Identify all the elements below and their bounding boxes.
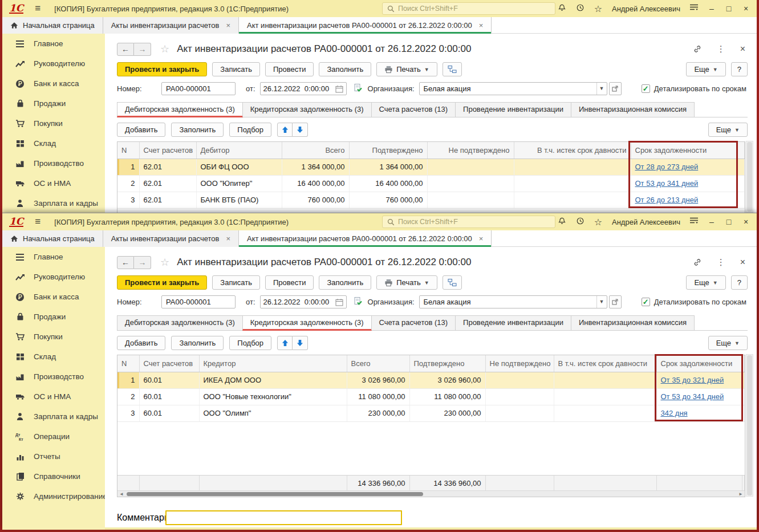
favorite-star-icon[interactable]: ☆ — [160, 43, 169, 55]
nav-tab-list[interactable]: Акты инвентаризации расчетов × — [103, 17, 239, 34]
table-more-button[interactable]: Еще▼ — [708, 336, 748, 350]
nav-tab-document[interactable]: Акт инвентаризации расчетов РА00-000001 … — [239, 230, 492, 247]
form-close-icon[interactable]: × — [740, 44, 745, 54]
sidebar-item-production[interactable]: Производство — [2, 153, 105, 173]
column-header[interactable]: Всего — [282, 142, 349, 159]
move-up-button[interactable] — [277, 336, 293, 350]
sidebar-item-operations[interactable]: ДтКтОперации — [2, 427, 105, 446]
close-button[interactable]: × — [737, 217, 754, 226]
vertical-scrollbar[interactable] — [746, 354, 753, 497]
tab-close-icon[interactable]: × — [226, 234, 230, 243]
tab-close-icon[interactable]: × — [226, 21, 230, 30]
section-tab-4[interactable]: Инвентаризационная комиссия — [571, 102, 695, 117]
save-button[interactable]: Записать — [212, 275, 260, 290]
scrollbar-thumb[interactable] — [127, 492, 423, 496]
close-button[interactable]: × — [737, 4, 754, 13]
move-down-button[interactable] — [293, 123, 308, 137]
section-tab-3[interactable]: Проведение инвентаризации — [455, 315, 571, 330]
notifications-icon[interactable] — [553, 217, 571, 228]
table-row[interactable]: 362.01БАНК ВТБ (ПАО)760 000,00760 000,00… — [117, 192, 745, 208]
organization-field[interactable]: Белая акация ▼ — [419, 82, 607, 95]
help-button[interactable]: ? — [731, 62, 748, 76]
tab-close-icon[interactable]: × — [479, 234, 484, 243]
column-header[interactable]: В т.ч. истек срок давности — [554, 355, 656, 372]
scroll-right-icon[interactable]: ► — [738, 491, 743, 497]
history-icon[interactable] — [571, 3, 589, 14]
print-button[interactable]: Печать ▼ — [376, 62, 437, 76]
column-header[interactable]: Всего — [347, 355, 409, 372]
table-row[interactable]: 160.01ИКЕА ДОМ ООО3 026 960,003 026 960,… — [117, 372, 745, 388]
table-more-button[interactable]: Еще▼ — [708, 123, 748, 137]
service-menu-icon[interactable] — [685, 3, 703, 14]
debt-term-link[interactable]: От 28 до 273 дней — [635, 163, 699, 171]
fill-table-button[interactable]: Заполнить — [171, 123, 224, 137]
sidebar-item-warehouse[interactable]: Склад — [2, 133, 105, 153]
column-header[interactable]: Подтверждено — [409, 355, 485, 372]
debt-term-link[interactable]: От 53 до 341 дней — [635, 179, 699, 188]
section-tab-1[interactable]: Кредиторская задолженность (3) — [242, 102, 372, 117]
sidebar-item-fixed-assets[interactable]: ОС и НМА — [2, 387, 105, 407]
debt-term-link[interactable]: От 35 до 321 дней — [661, 376, 724, 384]
section-tab-2[interactable]: Счета расчетов (13) — [371, 315, 456, 330]
post-button[interactable]: Провести — [265, 275, 314, 290]
section-tab-1[interactable]: Кредиторская задолженность (3) — [242, 315, 372, 331]
post-button[interactable]: Провести — [265, 62, 314, 76]
horizontal-scrollbar[interactable]: ◄ ► — [117, 490, 745, 497]
column-header[interactable]: Кредитор — [199, 355, 347, 372]
back-button[interactable]: ← — [117, 256, 134, 269]
link-icon[interactable] — [693, 258, 702, 267]
pick-button[interactable]: Подбор — [229, 123, 271, 137]
nav-tab-list[interactable]: Акты инвентаризации расчетов × — [103, 230, 239, 247]
global-search-input[interactable]: Поиск Ctrl+Shift+F — [382, 216, 555, 228]
column-header[interactable]: Срок задолженности — [656, 355, 742, 372]
document-structure-button[interactable] — [443, 62, 462, 76]
user-name[interactable]: Андрей Алексеевич — [607, 218, 685, 226]
column-header[interactable]: В т.ч. истек срок давности — [514, 142, 631, 159]
move-down-button[interactable] — [293, 336, 308, 350]
debt-term-link[interactable]: От 53 до 341 дней — [661, 392, 724, 401]
nav-tab-home[interactable]: Начальная страница — [2, 17, 103, 34]
date-field[interactable]: 26.12.2022 0:00:00 — [260, 295, 347, 308]
print-button[interactable]: Печать ▼ — [376, 275, 437, 290]
organization-field[interactable]: Белая акация ▼ — [419, 295, 607, 308]
section-tab-2[interactable]: Счета расчетов (13) — [371, 102, 456, 117]
column-header[interactable]: Счет расчетов — [139, 355, 199, 372]
section-tab-4[interactable]: Инвентаризационная комиссия — [571, 315, 695, 330]
tab-close-icon[interactable]: × — [479, 21, 484, 30]
sidebar-item-reports[interactable]: Отчеты — [2, 446, 105, 466]
main-menu-icon[interactable]: ≡ — [35, 3, 40, 14]
column-header[interactable]: N — [117, 142, 139, 159]
service-menu-icon[interactable] — [685, 217, 703, 227]
sidebar-item-manager[interactable]: Руководителю — [2, 267, 105, 287]
maximize-button[interactable]: □ — [720, 4, 737, 13]
document-structure-button[interactable] — [443, 275, 462, 290]
notifications-icon[interactable] — [553, 3, 571, 14]
sidebar-item-bank-cash[interactable]: Банк и касса — [2, 287, 105, 307]
combo-dropdown-icon[interactable]: ▼ — [596, 83, 607, 95]
column-header[interactable]: N — [117, 355, 139, 372]
column-header[interactable]: Не подтверждено — [427, 142, 514, 159]
nav-tab-home[interactable]: Начальная страница — [2, 230, 103, 247]
section-tab-0[interactable]: Дебиторская задолженность (3) — [117, 315, 243, 330]
fill-table-button[interactable]: Заполнить — [171, 336, 224, 350]
calendar-icon[interactable] — [335, 298, 343, 306]
table-row[interactable]: 360.01ООО "Олимп"230 000,00230 000,00342… — [117, 405, 745, 421]
sidebar-item-purchases[interactable]: Покупки — [2, 113, 105, 133]
add-row-button[interactable]: Добавить — [117, 336, 165, 350]
more-actions-icon[interactable]: ⋮ — [717, 44, 725, 54]
column-header[interactable]: Дебитор — [196, 142, 282, 159]
sidebar-item-sales[interactable]: Продажи — [2, 307, 105, 327]
favorites-icon[interactable]: ☆ — [589, 217, 607, 228]
sidebar-item-sales[interactable]: Продажи — [2, 94, 105, 113]
form-close-icon[interactable]: × — [740, 257, 745, 267]
sidebar-item-directories[interactable]: Справочники — [2, 466, 105, 486]
column-header[interactable]: Срок задолженности — [631, 142, 737, 159]
fill-button[interactable]: Заполнить — [319, 275, 371, 290]
table-row[interactable]: 260.01ООО "Новые технологии"11 080 000,0… — [117, 388, 745, 405]
sidebar-item-salary-hr[interactable]: Зарплата и кадры — [2, 407, 105, 427]
detail-by-terms-checkbox[interactable]: ✓ Детализировать по срокам — [642, 298, 748, 306]
sidebar-item-salary-hr[interactable]: Зарплата и кадры — [2, 193, 105, 213]
more-actions-icon[interactable]: ⋮ — [717, 257, 725, 267]
sidebar-item-purchases[interactable]: Покупки — [2, 327, 105, 347]
combo-dropdown-icon[interactable]: ▼ — [596, 296, 607, 308]
